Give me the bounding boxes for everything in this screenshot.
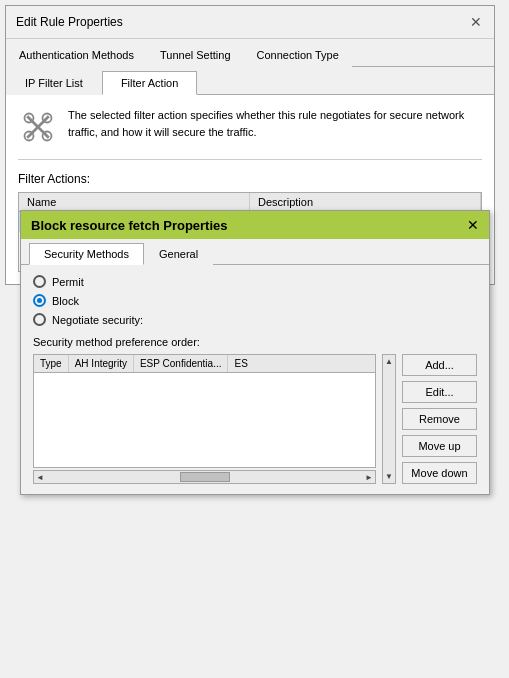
sub-dialog-title: Block resource fetch Properties [31,218,228,233]
scroll-up-arrow[interactable]: ▲ [385,357,393,366]
move-down-button[interactable]: Move down [402,462,477,484]
table-header-name: Name [19,193,250,211]
horizontal-scrollbar[interactable]: ◄ ► [33,470,376,484]
scroll-left-arrow[interactable]: ◄ [36,473,44,482]
scroll-thumb-h[interactable] [180,472,230,482]
tab-connection-type[interactable]: Connection Type [244,43,352,67]
remove-button[interactable]: Remove [402,408,477,430]
radio-circle-negotiate [33,313,46,326]
radio-label-block: Block [52,295,79,307]
sub-header-esp-conf: ESP Confidentia... [134,355,229,372]
radio-group: Permit Block Negotiate security: [33,275,477,326]
scroll-down-arrow[interactable]: ▼ [385,472,393,481]
sub-header-es: ES [228,355,253,372]
sub-header-type: Type [34,355,69,372]
sub-table-wrapper: Type AH Integrity ESP Confidentia... ES … [33,354,477,484]
add-button[interactable]: Add... [402,354,477,376]
scroll-right-arrow[interactable]: ► [365,473,373,482]
radio-label-negotiate: Negotiate security: [52,314,143,326]
sub-tab-general[interactable]: General [144,243,213,265]
tab-ip-filter-list[interactable]: IP Filter List [6,71,102,95]
sub-table-header: Type AH Integrity ESP Confidentia... ES [34,355,375,373]
table-header-description: Description [250,193,481,211]
radio-item-block[interactable]: Block [33,294,477,307]
info-description: The selected filter action specifies whe… [68,107,482,140]
sub-tabs-row: Security Methods General [21,239,489,265]
tabs-row: Authentication Methods Tunnel Setting Co… [6,39,494,67]
radio-item-negotiate[interactable]: Negotiate security: [33,313,477,326]
filter-actions-label: Filter Actions: [18,172,482,186]
move-up-button[interactable]: Move up [402,435,477,457]
radio-item-permit[interactable]: Permit [33,275,477,288]
tab-authentication-methods[interactable]: Authentication Methods [6,43,147,67]
pref-order-label: Security method preference order: [33,336,477,348]
sub-tab-security-methods[interactable]: Security Methods [29,243,144,265]
radio-label-permit: Permit [52,276,84,288]
tabs-row2: IP Filter List Filter Action [6,67,494,95]
security-methods-table: Type AH Integrity ESP Confidentia... ES [33,354,376,468]
info-box: The selected filter action specifies whe… [18,107,482,160]
filter-icon [18,107,58,147]
action-buttons: Add... Edit... Remove Move up Move down [402,354,477,484]
edit-button[interactable]: Edit... [402,381,477,403]
window-title: Edit Rule Properties [16,15,123,29]
radio-circle-permit [33,275,46,288]
tab-tunnel-setting[interactable]: Tunnel Setting [147,43,244,67]
title-bar: Edit Rule Properties ✕ [6,6,494,39]
sub-content: Permit Block Negotiate security: Securit… [21,265,489,494]
tab-filter-action[interactable]: Filter Action [102,71,197,95]
sub-close-icon[interactable]: ✕ [467,217,479,233]
sub-dialog: Block resource fetch Properties ✕ Securi… [20,210,490,495]
radio-circle-block [33,294,46,307]
sub-header-ah: AH Integrity [69,355,134,372]
close-icon[interactable]: ✕ [468,14,484,30]
vertical-scrollbar[interactable]: ▲ ▼ [382,354,396,484]
sub-title-bar: Block resource fetch Properties ✕ [21,211,489,239]
